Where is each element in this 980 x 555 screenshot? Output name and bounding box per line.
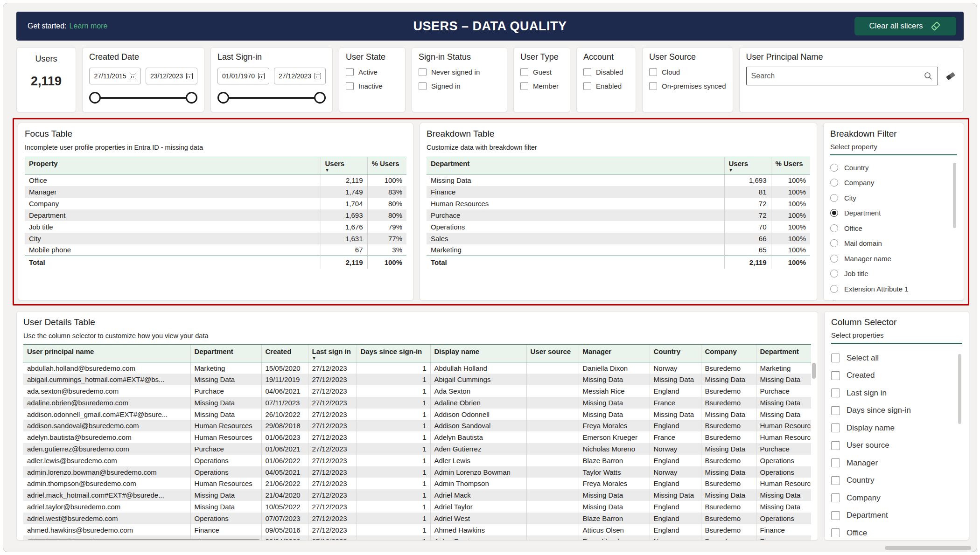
slider-handle-start[interactable] xyxy=(89,92,101,104)
clear-all-slicers-button[interactable]: Clear all slicers xyxy=(854,17,956,35)
column-header-department[interactable]: Department xyxy=(427,157,724,174)
scrollbar-thumb[interactable] xyxy=(958,354,961,424)
calendar-icon[interactable] xyxy=(315,73,321,79)
last-sign-in-start-input[interactable]: 01/01/1970 xyxy=(217,68,269,84)
column-header-department[interactable]: Department xyxy=(756,345,811,362)
table-row[interactable]: adelyn.bautista@bsuredemo.comHuman Resou… xyxy=(23,431,811,443)
table-row[interactable]: Finance81100% xyxy=(427,186,810,198)
radio-option-office[interactable]: Office xyxy=(830,221,957,236)
column-header-display-name[interactable]: Display name xyxy=(430,345,526,362)
column-header-users[interactable]: % Users xyxy=(771,157,810,174)
table-row[interactable]: abdullah.holland@bsuredemo.comMarketing1… xyxy=(23,362,811,374)
table-row[interactable]: Missing Data1,693100% xyxy=(427,174,810,186)
radio-option-department[interactable]: Department xyxy=(830,206,957,221)
column-header-users[interactable]: Users▼ xyxy=(321,157,367,174)
learn-more-link[interactable]: Learn more xyxy=(70,22,108,30)
table-row[interactable]: adriel.taylor@bsuredemo.comMissing Data1… xyxy=(23,501,811,513)
radio-option-company[interactable]: Company xyxy=(830,175,957,191)
column-header-country[interactable]: Country xyxy=(650,345,701,362)
checkbox-option-never-signed-in[interactable]: Never signed in xyxy=(419,68,500,76)
checkbox-option-last-sign-in[interactable]: Last sign in xyxy=(831,384,962,402)
checkbox-option-select-all[interactable]: Select all xyxy=(831,349,962,367)
table-row[interactable]: adriel.mack_hotmail.com#EXT#@bsurede...M… xyxy=(23,489,811,501)
table-row[interactable]: Human Resources72100% xyxy=(427,198,810,209)
page-scrollbar-thumb[interactable] xyxy=(885,546,971,550)
checkbox-option-days-since-sign-in[interactable]: Days since sign-in xyxy=(831,402,962,420)
table-row[interactable]: ada.sexton@bsuredemo.comPurchace04/06/20… xyxy=(23,385,811,397)
created-date-end-input[interactable]: 23/12/2023 xyxy=(146,68,197,84)
table-row[interactable]: Manager1,74983% xyxy=(25,186,406,198)
slider-handle-end[interactable] xyxy=(186,92,197,104)
column-header-company[interactable]: Company xyxy=(701,345,756,362)
checkbox-option-created[interactable]: Created xyxy=(831,367,962,385)
checkbox-option-office[interactable]: Office xyxy=(831,524,962,541)
checkbox-option-signed-in[interactable]: Signed in xyxy=(419,82,500,90)
slider-handle-start[interactable] xyxy=(217,92,229,104)
checkbox-option-guest[interactable]: Guest xyxy=(520,68,563,76)
radio-option-mail-domain[interactable]: Mail domain xyxy=(830,236,957,251)
radio-option-country[interactable]: Country xyxy=(830,160,957,175)
checkbox-option-company[interactable]: Company xyxy=(831,489,962,507)
checkbox-option-department[interactable]: Department xyxy=(831,507,962,525)
table-row[interactable]: admin.thompson@bsuredemo.comHuman Resour… xyxy=(23,478,811,489)
created-date-start-input[interactable]: 27/11/2015 xyxy=(89,68,141,84)
table-row[interactable]: aden.gutierrez@bsuredemo.comPurchace01/0… xyxy=(23,443,811,455)
column-header-days-since-sign-in[interactable]: Days since sign-in xyxy=(357,345,430,362)
radio-option-city[interactable]: City xyxy=(830,190,957,206)
column-header-manager[interactable]: Manager xyxy=(579,345,650,362)
checkbox-option-inactive[interactable]: Inactive xyxy=(346,82,399,90)
table-row[interactable]: addison.sandoval@bsuredemo.comHuman Reso… xyxy=(23,420,811,431)
checkbox-option-cloud[interactable]: Cloud xyxy=(649,68,726,76)
checkbox-option-active[interactable]: Active xyxy=(346,68,399,76)
column-header-user-principal-name[interactable]: User principal name xyxy=(23,345,190,362)
table-row[interactable]: ahmed.hawkins@bsuredemo.comFinance09/05/… xyxy=(23,524,811,536)
checkbox-option-display-name[interactable]: Display name xyxy=(831,419,962,437)
radio-option-manager-name[interactable]: Manager name xyxy=(830,251,957,266)
last-sign-in-range-slider[interactable] xyxy=(217,92,326,104)
clear-search-eraser-icon[interactable] xyxy=(945,70,957,82)
calendar-icon[interactable] xyxy=(186,73,193,79)
table-row[interactable]: Sales66100% xyxy=(427,233,810,244)
table-row[interactable]: Operations70100% xyxy=(427,221,810,233)
upn-search-box[interactable] xyxy=(746,67,938,85)
table-row[interactable]: Job title1,67679% xyxy=(25,221,406,233)
checkbox-option-manager[interactable]: Manager xyxy=(831,454,962,472)
column-header-users[interactable]: % Users xyxy=(367,157,406,174)
table-row[interactable]: Mobile phone673% xyxy=(25,244,406,256)
table-row[interactable]: Company1,70480% xyxy=(25,198,406,209)
table-row[interactable]: City1,63177% xyxy=(25,233,406,244)
slider-handle-end[interactable] xyxy=(314,92,326,104)
checkbox-option-member[interactable]: Member xyxy=(520,82,563,90)
table-row[interactable]: admin.lorenzo.bowman@bsuredemo.comOperat… xyxy=(23,466,811,478)
table-row[interactable]: Marketing65100% xyxy=(427,244,810,256)
checkbox-option-user-source[interactable]: User source xyxy=(831,437,962,455)
last-sign-in-end-input[interactable]: 27/12/2023 xyxy=(274,68,326,84)
column-header-created[interactable]: Created xyxy=(261,345,308,362)
table-row[interactable]: Office2,119100% xyxy=(25,174,406,186)
column-header-department[interactable]: Department xyxy=(190,345,261,362)
checkbox-option-enabled[interactable]: Enabled xyxy=(583,82,629,90)
horizontal-scrollbar-thumb[interactable] xyxy=(27,539,260,541)
table-row[interactable]: adriel.west@bsuredemo.comOperations07/07… xyxy=(23,513,811,524)
scrollbar-thumb[interactable] xyxy=(953,163,956,228)
created-date-range-slider[interactable] xyxy=(89,92,197,104)
checkbox-option-country[interactable]: Country xyxy=(831,472,962,490)
radio-option-extension-attribute-2[interactable]: Extension Attribute 2 xyxy=(830,297,957,301)
upn-search-input[interactable] xyxy=(751,72,924,80)
vertical-scrollbar-thumb[interactable] xyxy=(812,363,816,379)
column-header-users[interactable]: Users▼ xyxy=(724,157,771,174)
table-row[interactable]: Department1,69380% xyxy=(25,209,406,221)
table-row[interactable]: adaline.obrien@bsuredemo.comMissing Data… xyxy=(23,397,811,409)
table-row[interactable]: adler.lewis@bsuredemo.comOperations01/06… xyxy=(23,455,811,466)
table-row[interactable]: addison.odonnell_gmail.com#EXT#@bsure...… xyxy=(23,409,811,420)
table-row[interactable]: abigail.cummings_hotmail.com#EXT#@bs...M… xyxy=(23,374,811,385)
radio-option-extension-attribute-1[interactable]: Extension Attribute 1 xyxy=(830,281,957,297)
column-header-user-source[interactable]: User source xyxy=(526,345,579,362)
calendar-icon[interactable] xyxy=(258,73,265,79)
calendar-icon[interactable] xyxy=(130,73,136,79)
checkbox-option-disabled[interactable]: Disabled xyxy=(583,68,629,76)
column-header-last-sign-in[interactable]: Last sign in▼ xyxy=(308,345,357,362)
column-header-property[interactable]: Property xyxy=(25,157,321,174)
table-row[interactable]: Purchace72100% xyxy=(427,209,810,221)
radio-option-job-title[interactable]: Job title xyxy=(830,266,957,282)
